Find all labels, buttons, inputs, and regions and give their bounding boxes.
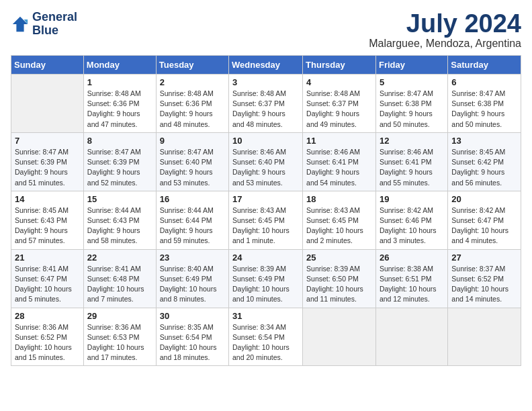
day-number: 6 <box>451 77 517 87</box>
calendar-cell: 9Sunrise: 8:47 AMSunset: 6:40 PMDaylight… <box>156 132 228 191</box>
day-number: 31 <box>232 311 299 321</box>
day-number: 26 <box>380 253 444 263</box>
day-header-friday: Friday <box>375 56 447 75</box>
calendar-cell: 31Sunrise: 8:34 AMSunset: 6:54 PMDayligh… <box>229 308 303 366</box>
day-number: 28 <box>15 311 80 321</box>
day-info: Sunrise: 8:46 AMSunset: 6:41 PMDaylight:… <box>380 147 444 188</box>
calendar-cell: 26Sunrise: 8:38 AMSunset: 6:51 PMDayligh… <box>375 249 447 308</box>
calendar-cell: 24Sunrise: 8:39 AMSunset: 6:49 PMDayligh… <box>229 249 303 308</box>
calendar-cell <box>448 308 521 366</box>
page-header: General Blue July 2024 Malarguee, Mendoz… <box>11 11 521 50</box>
day-number: 30 <box>160 311 225 321</box>
calendar-cell <box>375 308 447 366</box>
day-header-thursday: Thursday <box>303 56 376 75</box>
day-info: Sunrise: 8:36 AMSunset: 6:52 PMDaylight:… <box>15 322 80 363</box>
header-row: SundayMondayTuesdayWednesdayThursdayFrid… <box>11 56 521 75</box>
day-info: Sunrise: 8:44 AMSunset: 6:43 PMDaylight:… <box>87 205 152 246</box>
day-number: 23 <box>160 253 225 263</box>
day-number: 11 <box>306 136 372 146</box>
day-header-monday: Monday <box>83 56 156 75</box>
week-row-3: 14Sunrise: 8:45 AMSunset: 6:43 PMDayligh… <box>11 191 521 249</box>
day-number: 14 <box>15 194 80 204</box>
calendar-cell: 23Sunrise: 8:40 AMSunset: 6:49 PMDayligh… <box>156 249 228 308</box>
calendar-cell: 18Sunrise: 8:43 AMSunset: 6:45 PMDayligh… <box>303 191 376 249</box>
day-info: Sunrise: 8:45 AMSunset: 6:43 PMDaylight:… <box>15 205 80 246</box>
day-info: Sunrise: 8:39 AMSunset: 6:49 PMDaylight:… <box>232 264 299 305</box>
week-row-1: 1Sunrise: 8:48 AMSunset: 6:36 PMDaylight… <box>11 75 521 133</box>
day-number: 3 <box>232 77 299 87</box>
day-info: Sunrise: 8:47 AMSunset: 6:39 PMDaylight:… <box>15 147 80 188</box>
day-number: 4 <box>306 77 372 87</box>
day-number: 12 <box>380 136 444 146</box>
day-header-saturday: Saturday <box>448 56 521 75</box>
location-subtitle: Malarguee, Mendoza, Argentina <box>369 38 521 50</box>
day-info: Sunrise: 8:36 AMSunset: 6:53 PMDaylight:… <box>87 322 152 363</box>
calendar-cell: 29Sunrise: 8:36 AMSunset: 6:53 PMDayligh… <box>83 308 156 366</box>
calendar-cell: 27Sunrise: 8:37 AMSunset: 6:52 PMDayligh… <box>448 249 521 308</box>
calendar-cell: 20Sunrise: 8:42 AMSunset: 6:47 PMDayligh… <box>448 191 521 249</box>
calendar-cell: 2Sunrise: 8:48 AMSunset: 6:36 PMDaylight… <box>156 75 228 133</box>
day-number: 7 <box>15 136 80 146</box>
day-info: Sunrise: 8:44 AMSunset: 6:44 PMDaylight:… <box>160 205 225 246</box>
day-number: 24 <box>232 253 299 263</box>
day-header-tuesday: Tuesday <box>156 56 228 75</box>
day-info: Sunrise: 8:38 AMSunset: 6:51 PMDaylight:… <box>380 264 444 305</box>
day-info: Sunrise: 8:41 AMSunset: 6:48 PMDaylight:… <box>87 264 152 305</box>
day-info: Sunrise: 8:46 AMSunset: 6:40 PMDaylight:… <box>232 147 299 188</box>
day-number: 9 <box>160 136 225 146</box>
calendar-table: SundayMondayTuesdayWednesdayThursdayFrid… <box>11 55 521 366</box>
day-info: Sunrise: 8:48 AMSunset: 6:37 PMDaylight:… <box>306 89 372 130</box>
day-header-wednesday: Wednesday <box>229 56 303 75</box>
day-number: 29 <box>87 311 152 321</box>
calendar-cell: 16Sunrise: 8:44 AMSunset: 6:44 PMDayligh… <box>156 191 228 249</box>
day-number: 16 <box>160 194 225 204</box>
calendar-cell: 1Sunrise: 8:48 AMSunset: 6:36 PMDaylight… <box>83 75 156 133</box>
svg-marker-0 <box>13 17 28 32</box>
calendar-cell: 25Sunrise: 8:39 AMSunset: 6:50 PMDayligh… <box>303 249 376 308</box>
day-number: 27 <box>451 253 517 263</box>
title-area: July 2024 Malarguee, Mendoza, Argentina <box>369 11 521 50</box>
calendar-cell: 10Sunrise: 8:46 AMSunset: 6:40 PMDayligh… <box>229 132 303 191</box>
day-number: 25 <box>306 253 372 263</box>
day-info: Sunrise: 8:47 AMSunset: 6:40 PMDaylight:… <box>160 147 225 188</box>
calendar-cell: 5Sunrise: 8:47 AMSunset: 6:38 PMDaylight… <box>375 75 447 133</box>
day-info: Sunrise: 8:48 AMSunset: 6:36 PMDaylight:… <box>160 89 225 130</box>
logo-text: General Blue <box>32 11 77 38</box>
calendar-cell: 17Sunrise: 8:43 AMSunset: 6:45 PMDayligh… <box>229 191 303 249</box>
day-info: Sunrise: 8:48 AMSunset: 6:37 PMDaylight:… <box>232 89 299 130</box>
calendar-cell <box>11 75 84 133</box>
calendar-cell: 13Sunrise: 8:45 AMSunset: 6:42 PMDayligh… <box>448 132 521 191</box>
day-info: Sunrise: 8:42 AMSunset: 6:47 PMDaylight:… <box>451 205 517 246</box>
day-info: Sunrise: 8:35 AMSunset: 6:54 PMDaylight:… <box>160 322 225 363</box>
day-info: Sunrise: 8:48 AMSunset: 6:36 PMDaylight:… <box>87 89 152 130</box>
logo: General Blue <box>11 11 77 38</box>
day-info: Sunrise: 8:40 AMSunset: 6:49 PMDaylight:… <box>160 264 225 305</box>
day-number: 5 <box>380 77 444 87</box>
day-info: Sunrise: 8:37 AMSunset: 6:52 PMDaylight:… <box>451 264 517 305</box>
calendar-cell: 30Sunrise: 8:35 AMSunset: 6:54 PMDayligh… <box>156 308 228 366</box>
logo-icon <box>11 15 30 34</box>
day-info: Sunrise: 8:43 AMSunset: 6:45 PMDaylight:… <box>306 205 372 246</box>
calendar-cell: 28Sunrise: 8:36 AMSunset: 6:52 PMDayligh… <box>11 308 84 366</box>
calendar-cell: 21Sunrise: 8:41 AMSunset: 6:47 PMDayligh… <box>11 249 84 308</box>
day-number: 22 <box>87 253 152 263</box>
day-number: 17 <box>232 194 299 204</box>
calendar-cell: 19Sunrise: 8:42 AMSunset: 6:46 PMDayligh… <box>375 191 447 249</box>
calendar-cell: 22Sunrise: 8:41 AMSunset: 6:48 PMDayligh… <box>83 249 156 308</box>
day-number: 13 <box>451 136 517 146</box>
calendar-cell: 14Sunrise: 8:45 AMSunset: 6:43 PMDayligh… <box>11 191 84 249</box>
day-number: 15 <box>87 194 152 204</box>
day-number: 18 <box>306 194 372 204</box>
calendar-cell: 15Sunrise: 8:44 AMSunset: 6:43 PMDayligh… <box>83 191 156 249</box>
day-number: 21 <box>15 253 80 263</box>
day-number: 10 <box>232 136 299 146</box>
day-number: 19 <box>380 194 444 204</box>
day-info: Sunrise: 8:47 AMSunset: 6:38 PMDaylight:… <box>380 89 444 130</box>
calendar-cell: 11Sunrise: 8:46 AMSunset: 6:41 PMDayligh… <box>303 132 376 191</box>
calendar-cell <box>303 308 376 366</box>
week-row-4: 21Sunrise: 8:41 AMSunset: 6:47 PMDayligh… <box>11 249 521 308</box>
week-row-5: 28Sunrise: 8:36 AMSunset: 6:52 PMDayligh… <box>11 308 521 366</box>
calendar-cell: 6Sunrise: 8:47 AMSunset: 6:38 PMDaylight… <box>448 75 521 133</box>
day-info: Sunrise: 8:45 AMSunset: 6:42 PMDaylight:… <box>451 147 517 188</box>
day-number: 1 <box>87 77 152 87</box>
